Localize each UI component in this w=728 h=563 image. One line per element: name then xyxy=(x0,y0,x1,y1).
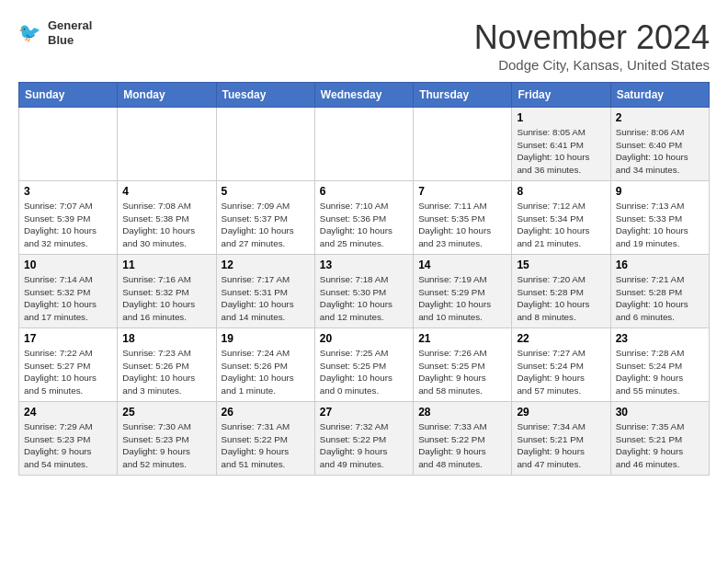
day-info: Sunrise: 7:08 AM Sunset: 5:38 PM Dayligh… xyxy=(122,200,210,250)
calendar-cell-week2-day5: 15Sunrise: 7:20 AM Sunset: 5:28 PM Dayli… xyxy=(512,255,610,328)
day-number: 28 xyxy=(418,406,506,419)
day-number: 20 xyxy=(320,332,408,345)
day-number: 6 xyxy=(320,185,408,198)
weekday-header-friday: Friday xyxy=(512,83,610,108)
location: Dodge City, Kansas, United States xyxy=(474,57,710,73)
weekday-header-sunday: Sunday xyxy=(19,83,118,108)
calendar-cell-week0-day3 xyxy=(314,108,413,181)
weekday-header-monday: Monday xyxy=(118,83,216,108)
logo-text: General Blue xyxy=(48,18,92,47)
day-info: Sunrise: 7:33 AM Sunset: 5:22 PM Dayligh… xyxy=(418,420,506,471)
day-number: 2 xyxy=(616,111,704,124)
day-number: 22 xyxy=(517,332,605,345)
weekday-header-thursday: Thursday xyxy=(414,83,512,108)
day-info: Sunrise: 7:16 AM Sunset: 5:32 PM Dayligh… xyxy=(122,273,210,324)
calendar-cell-week0-day0 xyxy=(19,108,118,181)
day-number: 13 xyxy=(320,259,408,271)
day-info: Sunrise: 7:11 AM Sunset: 5:35 PM Dayligh… xyxy=(418,200,506,250)
calendar-cell-week3-day5: 22Sunrise: 7:27 AM Sunset: 5:24 PM Dayli… xyxy=(512,328,610,402)
day-info: Sunrise: 7:14 AM Sunset: 5:32 PM Dayligh… xyxy=(24,273,112,324)
calendar-cell-week4-day0: 24Sunrise: 7:29 AM Sunset: 5:23 PM Dayli… xyxy=(19,402,118,476)
calendar-cell-week0-day5: 1Sunrise: 8:05 AM Sunset: 6:41 PM Daylig… xyxy=(512,108,610,181)
day-info: Sunrise: 7:17 AM Sunset: 5:31 PM Dayligh… xyxy=(222,273,310,324)
calendar-cell-week2-day2: 12Sunrise: 7:17 AM Sunset: 5:31 PM Dayli… xyxy=(216,255,314,328)
day-info: Sunrise: 7:07 AM Sunset: 5:39 PM Dayligh… xyxy=(24,200,112,250)
weekday-header-tuesday: Tuesday xyxy=(216,83,314,108)
calendar-cell-week3-day2: 19Sunrise: 7:24 AM Sunset: 5:26 PM Dayli… xyxy=(216,328,314,402)
month-title: November 2024 xyxy=(474,18,710,57)
day-number: 17 xyxy=(24,332,112,345)
day-info: Sunrise: 7:09 AM Sunset: 5:37 PM Dayligh… xyxy=(222,200,310,250)
day-number: 18 xyxy=(122,332,210,345)
day-number: 29 xyxy=(517,406,605,419)
day-number: 8 xyxy=(517,185,605,198)
svg-text:🐦: 🐦 xyxy=(18,20,41,42)
day-info: Sunrise: 7:31 AM Sunset: 5:22 PM Dayligh… xyxy=(222,420,310,471)
day-number: 9 xyxy=(616,185,704,198)
day-number: 26 xyxy=(222,406,310,419)
page-header: 🐦 General Blue November 2024 Dodge City,… xyxy=(18,18,710,73)
calendar-cell-week0-day6: 2Sunrise: 8:06 AM Sunset: 6:40 PM Daylig… xyxy=(610,108,709,181)
calendar-cell-week3-day4: 21Sunrise: 7:26 AM Sunset: 5:25 PM Dayli… xyxy=(414,328,512,402)
day-info: Sunrise: 7:25 AM Sunset: 5:25 PM Dayligh… xyxy=(320,347,408,397)
calendar-cell-week2-day0: 10Sunrise: 7:14 AM Sunset: 5:32 PM Dayli… xyxy=(19,255,118,328)
day-number: 10 xyxy=(24,259,112,271)
day-info: Sunrise: 7:28 AM Sunset: 5:24 PM Dayligh… xyxy=(616,347,704,397)
day-number: 12 xyxy=(222,259,310,271)
day-number: 1 xyxy=(517,111,605,124)
calendar-cell-week3-day3: 20Sunrise: 7:25 AM Sunset: 5:25 PM Dayli… xyxy=(314,328,413,402)
day-number: 7 xyxy=(418,185,506,198)
calendar-cell-week1-day4: 7Sunrise: 7:11 AM Sunset: 5:35 PM Daylig… xyxy=(414,181,512,255)
day-number: 27 xyxy=(320,406,408,419)
calendar-cell-week0-day4 xyxy=(414,108,512,181)
calendar-cell-week3-day6: 23Sunrise: 7:28 AM Sunset: 5:24 PM Dayli… xyxy=(610,328,709,402)
calendar-table: SundayMondayTuesdayWednesdayThursdayFrid… xyxy=(18,82,710,476)
day-info: Sunrise: 8:05 AM Sunset: 6:41 PM Dayligh… xyxy=(517,126,605,177)
weekday-header-wednesday: Wednesday xyxy=(314,83,413,108)
title-block: November 2024 Dodge City, Kansas, United… xyxy=(474,18,710,73)
day-info: Sunrise: 7:19 AM Sunset: 5:29 PM Dayligh… xyxy=(418,273,506,324)
calendar-cell-week3-day1: 18Sunrise: 7:23 AM Sunset: 5:26 PM Dayli… xyxy=(118,328,216,402)
day-number: 25 xyxy=(122,406,210,419)
calendar-cell-week4-day5: 29Sunrise: 7:34 AM Sunset: 5:21 PM Dayli… xyxy=(512,402,610,476)
day-number: 21 xyxy=(418,332,506,345)
calendar-cell-week1-day2: 5Sunrise: 7:09 AM Sunset: 5:37 PM Daylig… xyxy=(216,181,314,255)
day-info: Sunrise: 7:10 AM Sunset: 5:36 PM Dayligh… xyxy=(320,200,408,250)
calendar-cell-week4-day6: 30Sunrise: 7:35 AM Sunset: 5:21 PM Dayli… xyxy=(610,402,709,476)
day-info: Sunrise: 8:06 AM Sunset: 6:40 PM Dayligh… xyxy=(616,126,704,177)
day-number: 5 xyxy=(222,185,310,198)
logo-icon: 🐦 xyxy=(18,20,44,46)
day-info: Sunrise: 7:34 AM Sunset: 5:21 PM Dayligh… xyxy=(517,420,605,471)
day-info: Sunrise: 7:30 AM Sunset: 5:23 PM Dayligh… xyxy=(122,420,210,471)
day-number: 19 xyxy=(222,332,310,345)
day-number: 4 xyxy=(122,185,210,198)
day-info: Sunrise: 7:12 AM Sunset: 5:34 PM Dayligh… xyxy=(517,200,605,250)
day-info: Sunrise: 7:26 AM Sunset: 5:25 PM Dayligh… xyxy=(418,347,506,397)
calendar-cell-week0-day1 xyxy=(118,108,216,181)
calendar-cell-week2-day3: 13Sunrise: 7:18 AM Sunset: 5:30 PM Dayli… xyxy=(314,255,413,328)
day-info: Sunrise: 7:27 AM Sunset: 5:24 PM Dayligh… xyxy=(517,347,605,397)
day-info: Sunrise: 7:35 AM Sunset: 5:21 PM Dayligh… xyxy=(616,420,704,471)
day-info: Sunrise: 7:20 AM Sunset: 5:28 PM Dayligh… xyxy=(517,273,605,324)
day-info: Sunrise: 7:22 AM Sunset: 5:27 PM Dayligh… xyxy=(24,347,112,397)
day-number: 16 xyxy=(616,259,704,271)
calendar-cell-week2-day6: 16Sunrise: 7:21 AM Sunset: 5:28 PM Dayli… xyxy=(610,255,709,328)
day-number: 23 xyxy=(616,332,704,345)
calendar-cell-week1-day0: 3Sunrise: 7:07 AM Sunset: 5:39 PM Daylig… xyxy=(19,181,118,255)
calendar-cell-week0-day2 xyxy=(216,108,314,181)
calendar-cell-week1-day5: 8Sunrise: 7:12 AM Sunset: 5:34 PM Daylig… xyxy=(512,181,610,255)
day-info: Sunrise: 7:13 AM Sunset: 5:33 PM Dayligh… xyxy=(616,200,704,250)
logo: 🐦 General Blue xyxy=(18,18,92,47)
day-info: Sunrise: 7:32 AM Sunset: 5:22 PM Dayligh… xyxy=(320,420,408,471)
day-number: 11 xyxy=(122,259,210,271)
calendar-cell-week1-day3: 6Sunrise: 7:10 AM Sunset: 5:36 PM Daylig… xyxy=(314,181,413,255)
day-number: 3 xyxy=(24,185,112,198)
calendar-cell-week2-day4: 14Sunrise: 7:19 AM Sunset: 5:29 PM Dayli… xyxy=(414,255,512,328)
day-number: 15 xyxy=(517,259,605,271)
calendar-cell-week4-day1: 25Sunrise: 7:30 AM Sunset: 5:23 PM Dayli… xyxy=(118,402,216,476)
day-info: Sunrise: 7:24 AM Sunset: 5:26 PM Dayligh… xyxy=(222,347,310,397)
day-number: 14 xyxy=(418,259,506,271)
day-info: Sunrise: 7:23 AM Sunset: 5:26 PM Dayligh… xyxy=(122,347,210,397)
calendar-cell-week2-day1: 11Sunrise: 7:16 AM Sunset: 5:32 PM Dayli… xyxy=(118,255,216,328)
day-info: Sunrise: 7:18 AM Sunset: 5:30 PM Dayligh… xyxy=(320,273,408,324)
